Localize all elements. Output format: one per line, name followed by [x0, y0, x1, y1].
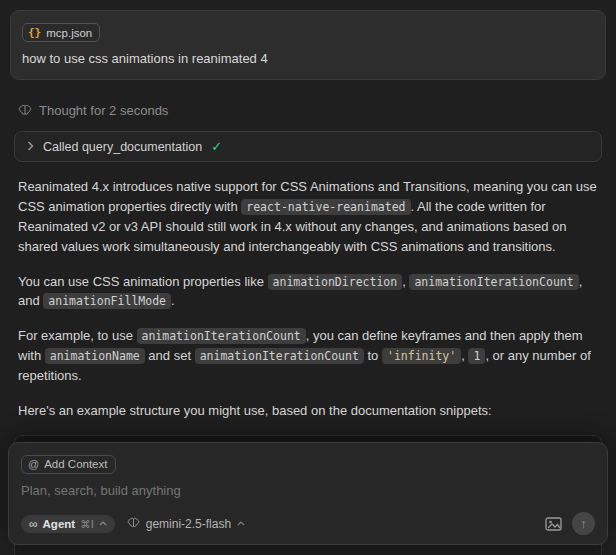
infinity-icon: ∞: [29, 518, 38, 530]
inline-code: animationName: [45, 348, 145, 364]
model-name-label: gemini-2.5-flash: [146, 517, 231, 531]
answer-paragraphs: Reanimated 4.x introduces native support…: [18, 177, 598, 421]
brain-icon: [127, 517, 140, 530]
inline-code: animationDirection: [268, 274, 403, 290]
inline-code: react-native-reanimated: [241, 199, 410, 215]
composer: @ Add Context Plan, search, build anythi…: [8, 442, 608, 545]
send-button[interactable]: ↑: [572, 512, 595, 535]
chevron-up-icon: [237, 521, 245, 526]
chevron-right-icon: [27, 140, 34, 154]
model-selector[interactable]: gemini-2.5-flash: [127, 517, 245, 531]
inline-code: animationFillMode: [43, 293, 171, 309]
thought-row[interactable]: Thought for 2 seconds: [18, 103, 598, 118]
tool-call-row[interactable]: Called query_documentation ✓: [14, 131, 602, 162]
add-context-label: Add Context: [44, 458, 107, 470]
composer-actions: ↑: [545, 512, 595, 535]
composer-toolbar: ∞ Agent ⌘I gemini-2.5-flash ↑: [21, 512, 595, 535]
mode-shortcut: ⌘I: [80, 518, 94, 530]
mode-label: Agent: [43, 518, 76, 530]
context-file-name: mcp.json: [46, 27, 92, 39]
user-message-bubble: {} mcp.json how to use css animations in…: [10, 10, 606, 80]
context-file-chip[interactable]: {} mcp.json: [22, 23, 100, 42]
answer-paragraph: For example, to use animationIterationCo…: [18, 326, 598, 386]
user-message-text: how to use css animations in reanimated …: [22, 51, 594, 66]
thought-duration-label: Thought for 2 seconds: [39, 103, 168, 118]
answer-paragraph: Here's an example structure you might us…: [18, 401, 598, 421]
check-icon: ✓: [211, 139, 222, 154]
image-attach-icon[interactable]: [545, 517, 562, 531]
inline-code: 1: [468, 348, 485, 364]
arrow-up-icon: ↑: [580, 517, 587, 530]
chevron-up-icon: [99, 521, 107, 526]
inline-code: 'infinity': [382, 348, 461, 364]
tool-call-label: Called query_documentation: [43, 140, 202, 154]
inline-code: animationIterationCount: [195, 348, 364, 364]
at-icon: @: [28, 458, 39, 470]
json-braces-icon: {}: [28, 26, 41, 39]
brain-icon: [18, 104, 32, 118]
inline-code: animationIterationCount: [137, 328, 306, 344]
prompt-input[interactable]: Plan, search, build anything: [21, 483, 595, 498]
answer-paragraph: Reanimated 4.x introduces native support…: [18, 177, 598, 257]
inline-code: animationIterationCount: [409, 274, 578, 290]
answer-paragraph: You can use CSS animation properties lik…: [18, 272, 598, 312]
mode-selector[interactable]: ∞ Agent ⌘I: [21, 515, 115, 533]
add-context-button[interactable]: @ Add Context: [21, 455, 116, 474]
